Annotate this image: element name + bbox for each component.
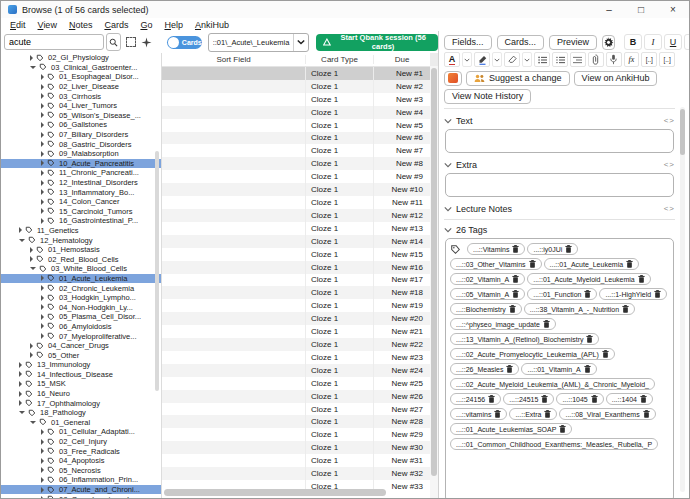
table-row[interactable]: Cloze 1New #21 [162,325,438,338]
tree-collapse-icon[interactable] [30,267,36,270]
trash-icon[interactable] [565,245,572,253]
column-header-sort-field[interactable]: Sort Field [162,55,306,64]
sidebar-item[interactable]: 02_Chronic_Leukemia [1,283,161,293]
tree-expand-icon[interactable] [41,275,44,281]
table-row[interactable]: Cloze 1New #5 [162,119,438,132]
trash-icon[interactable] [626,260,633,268]
collapse-field-icon[interactable] [444,118,452,124]
tree-expand-icon[interactable] [41,439,44,445]
sidebar-item[interactable]: 05_Wilson's_Disease_... [1,111,161,121]
sidebar-item[interactable]: 01_General [1,418,161,428]
highlighter-chevron-icon[interactable] [492,52,502,67]
sidebar-item[interactable]: 09_Malabsorption [1,149,161,159]
table-row[interactable]: Cloze 1New #7 [162,144,438,157]
table-row[interactable]: Cloze 1New #19 [162,299,438,312]
table-row[interactable]: Cloze 1New #25 [162,377,438,390]
close-button[interactable]: × [657,1,689,18]
tree-expand-icon[interactable] [41,448,44,454]
table-row[interactable]: Cloze 1New #18 [162,286,438,299]
tree-expand-icon[interactable] [41,84,44,90]
indent-icon[interactable] [570,52,586,67]
sidebar-item[interactable]: 15_Carcinoid_Tumors [1,207,161,217]
sidebar-item[interactable]: 08_Gastric_Disorders [1,139,161,149]
sidebar-item[interactable]: 07_Myeloproliferative... [1,331,161,341]
sidebar-item[interactable]: 13_Immunology [1,360,161,370]
fields-button[interactable]: Fields... [444,35,492,50]
sidebar-item[interactable]: 18_Pathology [1,408,161,418]
tag-pill[interactable]: ...::vitamins [450,408,507,420]
tree-expand-icon[interactable] [41,151,44,157]
table-row[interactable]: Cloze 1New #4 [162,106,438,119]
table-row[interactable]: Cloze 1New #16 [162,261,438,274]
trash-icon[interactable] [544,410,551,418]
tree-expand-icon[interactable] [30,256,33,262]
tag-pill[interactable]: ...::01_Acute_Leukemia [544,258,640,270]
sidebar-item[interactable]: 03_Free_Radicals [1,446,161,456]
tree-expand-icon[interactable] [41,458,44,464]
sidebar-item[interactable]: 04_Apoptosis [1,456,161,466]
table-row[interactable]: Cloze 1New #17 [162,274,438,287]
tag-pill[interactable]: ...::01_Common_Childhood_Exanthems:_Meas… [450,438,658,450]
tree-expand-icon[interactable] [19,391,22,397]
tree-expand-icon[interactable] [41,487,44,493]
table-row[interactable]: Cloze 1New #31 [162,454,438,467]
start-qbank-button[interactable]: Start Qbank session (56 cards) [316,34,438,51]
table-row[interactable]: Cloze 1New #11 [162,196,438,209]
sidebar-item[interactable]: 06_Gallstones [1,120,161,130]
tag-pill[interactable]: ...::Extra [509,408,557,420]
trash-icon[interactable] [559,425,566,433]
sidebar-item[interactable]: 02_Liver_Disease [1,82,161,92]
table-row[interactable]: Cloze 1New #28 [162,415,438,428]
sidebar-item[interactable]: 17_Ophthalmology [1,398,161,408]
tree-expand-icon[interactable] [41,429,44,435]
table-row[interactable]: Cloze 1New #2 [162,80,438,93]
trash-icon[interactable] [640,395,647,403]
search-icon[interactable] [106,33,121,51]
trash-icon[interactable] [529,260,536,268]
record-audio-mic-icon[interactable] [606,52,622,67]
tree-expand-icon[interactable] [41,467,44,473]
tag-pill[interactable]: ...::13_Vitamin_A_(Retinol)_Biochemistry [450,333,599,345]
sidebar-item[interactable]: 14_Infectious_Disease [1,370,161,380]
tree-expand-icon[interactable] [41,74,44,80]
tree-expand-icon[interactable] [41,208,44,214]
tag-pill[interactable]: ...::08_Viral_Exanthems [559,408,655,420]
tree-expand-icon[interactable] [41,160,44,166]
tree-expand-icon[interactable] [41,132,44,138]
sidebar-item[interactable]: 08_Granulomatous_In... [1,494,161,498]
sidebar-item[interactable]: 01_Hemostasis [1,245,161,255]
tree-expand-icon[interactable] [41,103,44,109]
table-row[interactable]: Cloze 1New #9 [162,170,438,183]
sidebar-item[interactable]: 03_White_Blood_Cells [1,264,161,274]
menu-item-ankihub[interactable]: AnkiHub [189,20,235,30]
menu-item-go[interactable]: Go [134,20,158,30]
tree-collapse-icon[interactable] [30,66,36,69]
tree-expand-icon[interactable] [41,477,44,483]
sidebar-item[interactable]: 03_Clinical_Gastroenter... [1,63,161,73]
sidebar-item[interactable]: 01_Cellular_Adaptati... [1,427,161,437]
trash-icon[interactable] [638,275,645,283]
table-row[interactable]: Cloze 1New #12 [162,209,438,222]
tree-expand-icon[interactable] [41,189,44,195]
tree-collapse-icon[interactable] [19,239,25,242]
trash-icon[interactable] [494,410,501,418]
sidebar-item[interactable]: 16_Neuro [1,389,161,399]
superscript-button[interactable]: x² [684,34,690,50]
tree-expand-icon[interactable] [30,55,33,61]
sidebar-item[interactable]: 03_Hodgkin_Lympho... [1,293,161,303]
menu-item-view[interactable]: View [32,20,63,30]
tree-expand-icon[interactable] [41,141,44,147]
menu-item-edit[interactable]: Edit [4,20,32,30]
minimize-button[interactable]: – [593,1,625,18]
sidebar-scrollbar[interactable] [155,151,159,391]
tree-expand-icon[interactable] [41,170,44,176]
sidebar-item[interactable]: 04_Non-Hodgkin_Ly... [1,302,161,312]
table-row[interactable]: Cloze 1New #1 [162,67,438,80]
table-row[interactable]: Cloze 1New #10 [162,183,438,196]
tag-pill[interactable]: ...::01_Vitamin_A [521,363,596,375]
trash-icon[interactable] [512,290,519,298]
eraser-chevron-icon[interactable] [522,52,532,67]
sidebar-item[interactable]: 06_Amyloidosis [1,322,161,332]
sidebar-item[interactable]: 02_Red_Blood_Cells [1,254,161,264]
tag-pill[interactable]: ...::38_Vitamin_A_-_Nutrition [524,303,635,315]
